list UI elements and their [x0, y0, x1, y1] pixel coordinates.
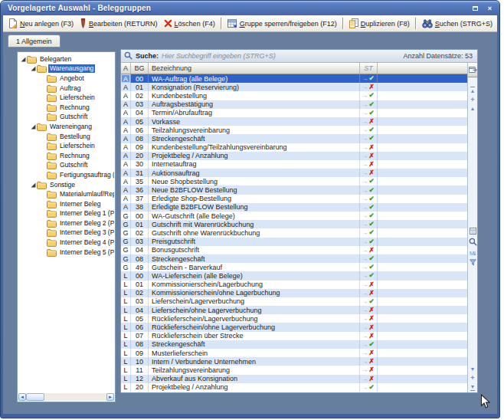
tree-item[interactable]: Bestellung	[18, 132, 114, 142]
search-input[interactable]: Hier Suchbegriff eingeben (STRG+S)	[162, 52, 400, 60]
tree-item[interactable]: Auftrag	[18, 84, 114, 94]
table-row[interactable]: L00WA-Lieferschein (alle Belege)→✔	[121, 271, 467, 280]
tree-item[interactable]: Fertigungsauftrag (PPS)	[18, 170, 114, 180]
table-row[interactable]: G01Gutschrift mit Warenrückbuchung→✔	[121, 220, 467, 228]
tree-item[interactable]: Lieferschein	[18, 93, 114, 103]
tree-item[interactable]: Warenausgang	[18, 64, 114, 74]
table-row[interactable]: G04Bonusgutschrift→✗	[121, 246, 467, 254]
table-row[interactable]: L02Kommissionierschein/ohne Lagerbuchung…	[121, 289, 467, 297]
table-row[interactable]: G49Gutschein - Barverkauf→✔	[121, 263, 467, 271]
close-button[interactable]: ×	[484, 3, 496, 13]
tree-item-label: Interner Beleg 5 (PPS)	[58, 248, 114, 257]
append-row-icon[interactable]: +	[470, 375, 474, 381]
edit-button[interactable]: Bearbeiten (RETURN)	[77, 16, 161, 31]
tree-expand-icon[interactable]	[20, 57, 27, 62]
tree-item-label: Lieferschein	[58, 142, 97, 150]
table-row[interactable]: L06Rücklieferschein/ohne Lagerverbuchung…	[121, 323, 467, 331]
tree-item[interactable]: Interner Beleg 2 (PPS)	[18, 218, 114, 228]
column-header-bezeichnung[interactable]: Bezeichnung	[149, 63, 360, 74]
tree-expand-icon[interactable]	[30, 124, 37, 130]
cell-filler	[378, 134, 467, 143]
tree-item[interactable]: Angebot	[18, 74, 114, 84]
search-tool-icon[interactable]	[469, 238, 477, 246]
new-button[interactable]: Neu anlegen (F3)	[5, 16, 77, 31]
column-header-a[interactable]: A	[121, 63, 131, 74]
tree-item[interactable]: Gutschrift	[18, 161, 114, 171]
table-row[interactable]: A03Auftragsbestätigung→✔	[121, 100, 467, 109]
table-row[interactable]: A00WA-Auftrag (alle Belege)→✔	[121, 74, 467, 83]
search-button[interactable]: Suchen (STRG+S)	[419, 16, 496, 31]
table-row[interactable]: L20Projektbeleg / Anzahlung→✔	[121, 383, 467, 392]
tree-item[interactable]: Wareneingang	[18, 122, 114, 132]
column-header-bg[interactable]: BG	[131, 63, 149, 74]
table-row[interactable]: A01Konsignation (Reservierung)→✗	[121, 83, 467, 91]
column-options-button[interactable]	[468, 63, 477, 77]
table-row[interactable]: G02Gutschrift ohne Warenrückbuchung→✔	[121, 228, 467, 237]
tree-item[interactable]: Interner Beleg	[18, 199, 114, 209]
table-row[interactable]: L08Streckengeschäft→✔	[121, 340, 467, 349]
tree-item[interactable]: Interner Beleg 5 (PPS)	[18, 248, 114, 258]
table-row[interactable]: L05Rücklieferschein/Lagerverbuchung→✗	[121, 314, 467, 323]
tab-allgemein[interactable]: 1 Allgemein	[8, 34, 61, 48]
tree-item[interactable]: Interner Beleg 4 (PPS)	[18, 238, 114, 248]
table-row[interactable]: L07Rücklieferschein über Strecke→✗	[121, 332, 467, 340]
scrollbar-thumb[interactable]	[26, 393, 44, 401]
filter-tool-icon[interactable]	[470, 259, 476, 266]
delete-button[interactable]: Löschen (F4)	[161, 16, 218, 31]
table-row[interactable]: L04Lieferschein/ohne Lagerverbuchung→✗	[121, 306, 467, 314]
table-row[interactable]: A35Neue Shopbestellung→✔	[121, 177, 467, 185]
sort-tool-icon[interactable]: M	[470, 249, 476, 256]
table-row[interactable]: A30Internetauftrag→✗	[121, 160, 467, 169]
tree-item[interactable]: Sonstige	[18, 180, 114, 190]
table-row[interactable]: L03Lieferschein/Lagerverbuchung→✔	[121, 297, 467, 306]
table-row[interactable]: A06Teilzahlungsvereinbarung→✔	[121, 126, 467, 134]
tree-item[interactable]: Belegarten	[18, 54, 114, 64]
restore-button[interactable]	[470, 3, 481, 13]
table-row[interactable]: G08Streckengeschäft→✔	[121, 254, 467, 263]
tree-item[interactable]: Rechnung	[18, 151, 114, 161]
insert-row-icon[interactable]: +	[470, 97, 474, 103]
scroll-last-icon[interactable]: ▼	[470, 384, 476, 391]
scroll-down-icon[interactable]: ▼	[470, 366, 476, 372]
tree-horizontal-scrollbar[interactable]: ◄ ►	[18, 393, 114, 401]
columns-icon	[469, 63, 477, 77]
tree-item[interactable]: Interner Beleg 3 (PPS)	[18, 228, 114, 238]
table-row[interactable]: A37Erledigte Shop-Bestellung→✔	[121, 195, 467, 203]
table-row[interactable]: A02Kundenbestellung→✔	[121, 91, 467, 100]
table-row[interactable]: G03Preisgutschrift→✔	[121, 238, 467, 246]
scroll-up-icon[interactable]: ▲	[470, 106, 476, 111]
tree-expand-icon[interactable]	[30, 182, 37, 188]
table-row[interactable]: A05Vorkasse→✗	[121, 117, 467, 126]
table-row[interactable]: A04Termin/Abrufauftrag→✔	[121, 109, 467, 117]
scroll-right-icon[interactable]: ►	[106, 393, 114, 401]
table-row[interactable]: A20Projektbeleg / Anzahlung→✗	[121, 152, 467, 160]
tree-item[interactable]: Gutschrift	[18, 113, 114, 123]
table-row[interactable]: A31Auktionsauftrag→✗	[121, 169, 467, 177]
duplicate-button[interactable]: Duplizieren (F8)	[346, 16, 413, 31]
table-row[interactable]: L09Musterlieferschein→✗	[121, 349, 467, 357]
table-row[interactable]: A38Erledigte B2BFLOW Bestellung→✔	[121, 203, 467, 212]
table-row[interactable]: G00WA-Gutschrift (alle Belege)→✔	[121, 212, 467, 220]
column-header-st[interactable]: ST	[360, 63, 378, 74]
tree-item[interactable]: Lieferschein	[18, 141, 114, 151]
table-row[interactable]: L11Teilzahlungsvereinbarung→✗	[121, 366, 467, 374]
cell-filler	[378, 100, 467, 109]
scroll-first-icon[interactable]: ▲	[470, 87, 476, 94]
grid-options-icon[interactable]	[470, 228, 476, 235]
table-row[interactable]: L01Kommissionierschein/Lagerbuchung→✗	[121, 281, 467, 289]
title-bar[interactable]: Vorgelagerte Auswahl - Beleggruppen ×	[1, 1, 499, 15]
tree-item[interactable]: Rechnung	[18, 103, 114, 113]
status-check-icon: ✔	[368, 110, 374, 116]
tree-expand-icon[interactable]	[30, 66, 37, 71]
table-row[interactable]: A36Neue B2BFLOW Bestellung→✔	[121, 185, 467, 194]
table-row[interactable]: A08Streckengeschäft→✔	[121, 134, 467, 143]
tree-item[interactable]: Materialumlauf/Reparatur	[18, 189, 114, 199]
tree-item[interactable]: Interner Beleg 1 (PPS)	[18, 209, 114, 219]
cell-art: L	[121, 375, 131, 383]
scroll-left-icon[interactable]: ◄	[18, 393, 26, 401]
cell-filler	[378, 349, 467, 357]
table-row[interactable]: L12Abverkauf aus Konsignation→✗	[121, 375, 467, 383]
table-row[interactable]: A09Kundenbestellung/Teilzahlungsvereinba…	[121, 143, 467, 152]
table-row[interactable]: L10Intern / Verbundene Unternehmen→✗	[121, 357, 467, 366]
group-lock-button[interactable]: Gruppe sperren/freigeben (F12)	[224, 16, 340, 31]
